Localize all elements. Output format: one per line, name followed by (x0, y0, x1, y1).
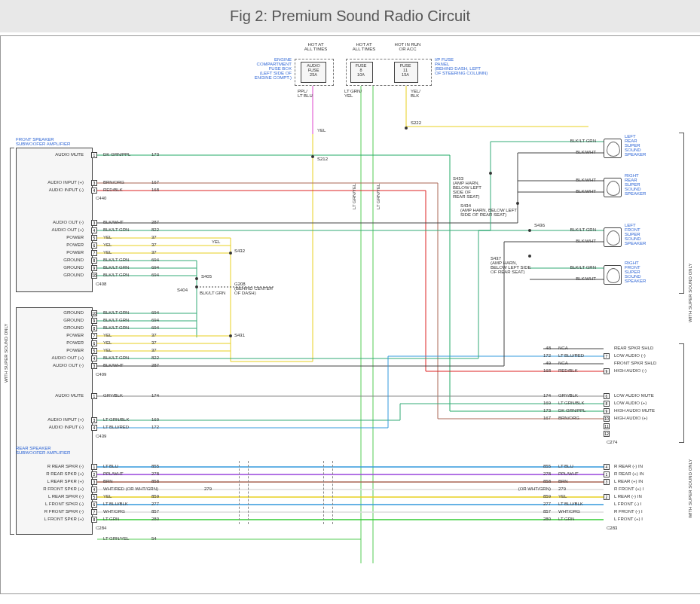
bracket-speakers (679, 133, 684, 294)
s436-dot (528, 229, 531, 232)
g208-label: G208(BEHIND CENTEROF DASH) (234, 282, 287, 295)
s404-dot (195, 285, 198, 288)
bracket-left (10, 148, 14, 535)
speaker-rf-label: RIGHTFRONTSUPERSOUNDSPEAKER (625, 261, 646, 283)
speaker-rr-label: RIGHTREARSUPERSOUNDSPEAKER (625, 173, 646, 196)
hot-label-3: HOT IN RUNOR ACC (391, 42, 424, 51)
ltgrnyel: LT GRN/YEL (344, 89, 362, 98)
ppl-ltblu: PPL/LT BLU (298, 89, 313, 98)
title-bar: Fig 2: Premium Sound Radio Circuit (0, 0, 700, 32)
super-sound-right-1: WITH SUPER SOUND ONLY (688, 172, 692, 322)
super-sound-right-2: WITH SUPER SOUND ONLY (688, 368, 692, 518)
speaker-lr-label: LEFTREARSUPERSOUNDSPEAKER (625, 134, 646, 157)
connector-dash-1b (248, 461, 249, 524)
title-text: Fig 2: Premium Sound Radio Circuit (230, 8, 470, 24)
c283-label: C283 (607, 526, 617, 530)
connector-dash-2b (332, 461, 333, 524)
speaker-rr (604, 178, 622, 197)
s432-dot (229, 252, 232, 255)
yelblk: YEL/BLK (411, 89, 420, 98)
yel-label: YEL (317, 128, 326, 133)
c274-label: C274 (607, 440, 617, 444)
audio-fuse-label: AUDIOFUSE25A (302, 63, 325, 77)
rear-amp-label: REAR SPEAKERSUBWOOFER AMPLIFIER (16, 446, 70, 455)
connector-dash-2 (323, 461, 324, 524)
connector-dash-1 (239, 461, 240, 524)
ltgrnyel-v2: LT GRN/YEL (376, 149, 381, 209)
engine-compartment-label: ENGINECOMPARTMENTFUSE BOX(LEFT SIDE OFEN… (234, 57, 292, 80)
wiring-diagram: HOT ATALL TIMES HOT ATALL TIMES HOT IN R… (0, 35, 700, 594)
speaker-lr (604, 139, 622, 158)
hot-label-1: HOT ATALL TIMES (301, 42, 331, 51)
front-amp-label: FRONT SPEAKERSUBWOOFER AMPLIFIER (16, 137, 70, 146)
speaker-lf (604, 227, 622, 247)
ltgrnyel-v1: LT GRN/YEL (352, 149, 356, 209)
speaker-lf-label: LEFTFRONTSUPERSOUNDSPEAKER (625, 223, 646, 246)
speaker-rf (604, 265, 622, 285)
s431-dot (229, 334, 232, 337)
super-sound-left: WITH SUPER SOUND ONLY (4, 232, 8, 383)
hot-label-2: HOT ATALL TIMES (349, 42, 379, 51)
bracket-c274 (679, 343, 684, 443)
s222-dot (405, 127, 408, 130)
ip-fuse-label: I/P FUSEPANEL(BEHIND DASH, LEFTOF STEERI… (435, 57, 503, 75)
s212-dot (311, 155, 314, 158)
fuse8-label: FUSE810A (350, 63, 372, 77)
s433-dot (489, 172, 492, 175)
fuse11-label: FUSE1115A (394, 63, 417, 77)
s405-dot (195, 277, 198, 280)
